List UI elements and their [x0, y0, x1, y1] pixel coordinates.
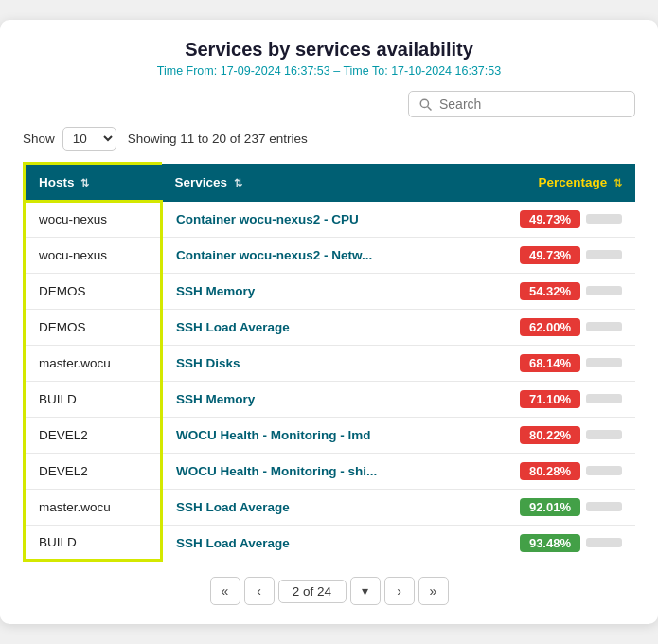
percentage-cell: 71.10% — [489, 381, 635, 417]
percentage-cell: 62.00% — [489, 309, 635, 345]
host-cell: wocu-nexus — [25, 202, 162, 238]
service-cell[interactable]: WOCU Health - Monitoring - shi... — [162, 453, 489, 489]
percentage-badge: 71.10% — [520, 390, 580, 408]
pagination-next[interactable]: › — [384, 577, 415, 605]
table-row: master.wocuSSH Disks68.14% — [25, 345, 636, 381]
data-table: Hosts ⇅ Services ⇅ Percentage ⇅ wocu-nex… — [23, 162, 635, 562]
table-body: wocu-nexusContainer wocu-nexus2 - CPU49.… — [25, 202, 636, 561]
host-cell: DEMOS — [25, 273, 162, 309]
pagination-dropdown[interactable]: ▾ — [350, 577, 381, 605]
service-cell[interactable]: Container wocu-nexus2 - Netw... — [162, 237, 489, 273]
pagination-first[interactable]: « — [210, 577, 240, 605]
percentage-cell: 80.28% — [489, 453, 635, 489]
percentage-bar — [586, 214, 622, 224]
host-cell: DEVEL2 — [25, 417, 162, 453]
percentage-badge: 68.14% — [520, 354, 580, 372]
col-services[interactable]: Services ⇅ — [162, 164, 489, 202]
service-cell[interactable]: SSH Load Average — [162, 489, 489, 525]
percentage-bar — [586, 286, 622, 295]
table-row: BUILDSSH Load Average93.48% — [25, 525, 636, 561]
pagination-prev[interactable]: ‹ — [244, 577, 275, 605]
percentage-cell: 49.73% — [489, 202, 635, 238]
percentage-badge: 49.73% — [520, 246, 580, 264]
percentage-bar — [586, 250, 622, 259]
services-sort-icon: ⇅ — [234, 177, 242, 189]
percentage-cell: 68.14% — [489, 345, 635, 381]
service-cell[interactable]: SSH Disks — [162, 345, 489, 381]
percentage-bar — [586, 538, 622, 547]
table-row: master.wocuSSH Load Average92.01% — [25, 489, 636, 525]
percentage-bar — [586, 394, 622, 403]
host-cell: master.wocu — [25, 489, 162, 525]
host-cell: BUILD — [25, 525, 162, 561]
percentage-badge: 80.28% — [520, 462, 580, 480]
table-row: DEMOSSSH Load Average62.00% — [25, 309, 636, 345]
percentage-bar — [586, 502, 622, 511]
service-cell[interactable]: SSH Load Average — [162, 525, 489, 561]
main-card: Services by services availability Time F… — [0, 20, 658, 624]
col-percentage[interactable]: Percentage ⇅ — [489, 164, 635, 202]
host-cell: DEMOS — [25, 309, 162, 345]
search-box — [408, 91, 635, 117]
table-row: DEVEL2WOCU Health - Monitoring - lmd80.2… — [25, 417, 636, 453]
pagination-info: 2 of 24 — [278, 580, 347, 603]
show-select[interactable]: 10 25 50 100 — [62, 127, 116, 151]
pagination-last[interactable]: » — [418, 577, 449, 605]
percentage-bar — [586, 430, 622, 439]
page-title: Services by services availability — [23, 39, 635, 61]
percentage-badge: 92.01% — [520, 498, 580, 516]
percentage-cell: 93.48% — [489, 525, 635, 561]
show-bar: Show 10 25 50 100 Showing 11 to 20 of 23… — [23, 127, 635, 151]
percentage-cell: 80.22% — [489, 417, 635, 453]
percentage-badge: 49.73% — [520, 210, 580, 228]
service-cell[interactable]: Container wocu-nexus2 - CPU — [162, 202, 489, 238]
table-row: wocu-nexusContainer wocu-nexus2 - CPU49.… — [25, 202, 636, 238]
percentage-cell: 49.73% — [489, 237, 635, 273]
table-header-row: Hosts ⇅ Services ⇅ Percentage ⇅ — [25, 164, 636, 202]
service-cell[interactable]: WOCU Health - Monitoring - lmd — [162, 417, 489, 453]
svg-point-0 — [420, 99, 428, 107]
percentage-cell: 92.01% — [489, 489, 635, 525]
percentage-bar — [586, 322, 622, 331]
top-controls — [23, 91, 635, 117]
showing-text: Showing 11 to 20 of 237 entries — [128, 132, 308, 146]
host-cell: master.wocu — [25, 345, 162, 381]
time-range: Time From: 17-09-2024 16:37:53 – Time To… — [23, 64, 635, 78]
search-icon — [418, 98, 433, 112]
service-cell[interactable]: SSH Memory — [162, 381, 489, 417]
host-cell: BUILD — [25, 381, 162, 417]
host-cell: wocu-nexus — [25, 237, 162, 273]
col-hosts[interactable]: Hosts ⇅ — [25, 164, 162, 202]
search-input[interactable] — [439, 97, 625, 112]
service-cell[interactable]: SSH Load Average — [162, 309, 489, 345]
hosts-sort-icon: ⇅ — [80, 177, 89, 189]
host-cell: DEVEL2 — [25, 453, 162, 489]
table-row: wocu-nexusContainer wocu-nexus2 - Netw..… — [25, 237, 636, 273]
percentage-bar — [586, 466, 622, 475]
pagination: « ‹ 2 of 24 ▾ › » — [23, 577, 635, 605]
percentage-badge: 80.22% — [520, 426, 580, 444]
percentage-badge: 93.48% — [520, 534, 580, 552]
service-cell[interactable]: SSH Memory — [162, 273, 489, 309]
pct-sort-icon: ⇅ — [614, 177, 622, 189]
table-row: DEMOSSSH Memory54.32% — [25, 273, 636, 309]
percentage-badge: 54.32% — [520, 282, 580, 300]
svg-line-1 — [428, 106, 432, 110]
percentage-badge: 62.00% — [520, 318, 580, 336]
table-row: DEVEL2WOCU Health - Monitoring - shi...8… — [25, 453, 636, 489]
percentage-bar — [586, 358, 622, 367]
percentage-cell: 54.32% — [489, 273, 635, 309]
show-label: Show — [23, 132, 55, 146]
table-row: BUILDSSH Memory71.10% — [25, 381, 636, 417]
